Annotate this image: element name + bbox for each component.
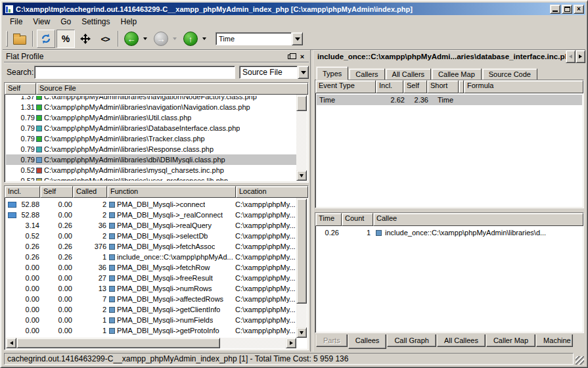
reload-button[interactable] (37, 30, 55, 48)
source-file-row[interactable]: 1.31 C:\xampp\phpMyAdmin\libraries\navig… (6, 102, 296, 112)
dock-close-button[interactable]: × (297, 52, 307, 61)
scroll-down-button[interactable] (296, 170, 307, 181)
cycle-grouping-button[interactable]: <> (96, 30, 114, 48)
function-row[interactable]: 0.26 0.26 1 include_once::C:\xampp\phpMy… (6, 252, 296, 262)
column-header-function[interactable]: Function (107, 186, 236, 198)
function-row[interactable]: 0.00 0.00 27 PMA_DBI_Mysqli->freeResult … (6, 273, 296, 283)
column-header-callee[interactable]: Callee (373, 213, 583, 226)
minimize-button[interactable] (550, 5, 560, 14)
detail-tab[interactable]: Caller Map (486, 334, 535, 347)
column-header-formula[interactable]: Formula (464, 80, 583, 93)
function-row[interactable]: 0.52 0.00 2 PMA_DBI_Mysqli->selectDb C:\… (6, 231, 296, 241)
relative-percent-button[interactable]: % (57, 30, 75, 48)
function-row[interactable]: 3.14 0.26 36 PMA_DBI_Mysqli->realQuery C… (6, 220, 296, 231)
source-file-row[interactable]: 0.79 C:\xampp\phpMyAdmin\libraries\Util.… (6, 112, 296, 123)
tab-scroll-right-button[interactable] (576, 50, 585, 63)
open-file-button[interactable] (11, 30, 29, 48)
menu-item[interactable]: View (28, 16, 55, 28)
detail-tab[interactable]: Callees (348, 334, 387, 349)
event-type-row[interactable]: Time 2.62 2.36 Time (317, 95, 582, 105)
scroll-down-button[interactable] (296, 327, 307, 338)
column-header-source-file[interactable]: Source File (36, 83, 308, 95)
scroll-left-button[interactable] (6, 338, 16, 348)
event-type-combobox[interactable]: Time (215, 32, 303, 45)
column-header-incl[interactable]: Incl. (376, 80, 403, 93)
detail-tab[interactable]: Call Graph (387, 334, 436, 347)
grouping-combobox[interactable]: Source File (239, 66, 309, 79)
column-header-short[interactable]: Short (427, 80, 459, 93)
resize-grip-icon[interactable] (576, 356, 584, 365)
event-type-dropdown-button[interactable] (292, 32, 303, 45)
up-button[interactable]: ↑ (181, 30, 200, 48)
callee-row[interactable]: 0.26 1 include_once::C:\xampp\phpMyAdmin… (317, 227, 582, 238)
search-input[interactable] (34, 66, 235, 79)
incl-cost: 0.52 (18, 232, 39, 240)
source-vertical-scrollbar[interactable] (296, 84, 307, 181)
function-row[interactable]: 0.00 0.00 7 PMA_DBI_Mysqli->affectedRows… (6, 294, 296, 304)
minimize-icon (553, 11, 558, 12)
function-row[interactable]: 0.00 0.00 1 PMA_DBI_Mysqli->numFields C:… (6, 315, 296, 325)
function-name: include_once::C:\xampp\phpMyAd... (117, 253, 233, 261)
back-dropdown-arrow-icon[interactable] (143, 37, 147, 42)
maximize-button[interactable] (562, 5, 572, 14)
source-file-row[interactable]: 0.79 C:\xampp\phpMyAdmin\libraries\Datab… (6, 123, 296, 133)
function-vertical-scrollbar[interactable] (296, 187, 307, 338)
source-file-row[interactable]: 0.79 C:\xampp\phpMyAdmin\libraries\dbi\D… (6, 154, 296, 165)
function-row[interactable]: 0.00 0.00 13 PMA_DBI_Mysqli->numRows C:\… (6, 283, 296, 294)
callees-table-header: Time Count Callee (315, 213, 583, 226)
close-button[interactable]: × (574, 5, 584, 14)
source-file-row[interactable]: 0.52 C:\xampp\phpMyAdmin\libraries\mysql… (6, 165, 296, 175)
function-group-color-icon (109, 223, 115, 229)
detail-tab[interactable]: Source Code (482, 68, 537, 80)
column-header-self[interactable]: Self (40, 186, 73, 198)
toolbar-drag-handle[interactable] (6, 31, 8, 47)
file-path: C:\xampp\phpMyAdmin\libraries\Tracker.cl… (44, 135, 205, 143)
back-button[interactable]: ← (122, 30, 141, 48)
scrollbar-thumb[interactable] (296, 95, 307, 111)
grouping-dropdown-button[interactable] (298, 66, 309, 79)
app-icon[interactable] (5, 5, 14, 14)
column-header-count[interactable]: Count (342, 213, 373, 226)
function-row[interactable]: 52.88 0.00 2 PMA_DBI_Mysqli->_realConnec… (6, 210, 296, 220)
column-header-self[interactable]: Self (403, 80, 427, 93)
column-header-event-type[interactable]: Event Type (315, 80, 376, 93)
scroll-right-button[interactable] (286, 338, 296, 348)
menu-item[interactable]: Settings (77, 16, 114, 28)
called-count: 36 (72, 221, 106, 229)
scrollbar-thumb[interactable] (16, 338, 220, 348)
column-header-location[interactable]: Location (236, 186, 308, 198)
column-header-called[interactable]: Called (73, 186, 107, 198)
location: C:\xampp\phpMy... (235, 327, 296, 334)
function-row[interactable]: 0.00 0.00 1 PMA_DBI_Mysqli->getProtoInfo… (6, 325, 296, 336)
function-row[interactable]: 0.00 0.00 36 PMA_DBI_Mysqli->fetchRow C:… (6, 262, 296, 273)
function-horizontal-scrollbar[interactable] (6, 338, 296, 348)
detail-tab[interactable]: Types (316, 66, 348, 80)
menu-item[interactable]: File (5, 16, 27, 28)
source-file-row[interactable]: 1.37 C:\xampp\phpMyAdmin\libraries\navig… (6, 96, 296, 102)
source-file-row[interactable]: 0.79 C:\xampp\phpMyAdmin\libraries\Track… (6, 133, 296, 144)
function-row[interactable]: 52.88 0.00 2 PMA_DBI_Mysqli->connect C:\… (6, 199, 296, 210)
menu-item[interactable]: Go (56, 16, 76, 28)
dock-title: Flat Profile (4, 52, 285, 61)
detail-tab[interactable]: All Callers (386, 68, 432, 80)
location: C:\xampp\phpMy... (235, 232, 296, 240)
scrollbar-thumb[interactable] (296, 198, 307, 304)
dock-title-bar[interactable]: Flat Profile × (4, 51, 309, 62)
column-header-time[interactable]: Time (315, 213, 342, 226)
source-file-row[interactable]: 0.79 C:\xampp\phpMyAdmin\libraries\Respo… (6, 144, 296, 154)
detail-tab[interactable]: Callee Map (432, 68, 482, 80)
up-dropdown-arrow-icon[interactable] (202, 37, 206, 42)
title-bar[interactable]: C:\xampp\tmp\cachegrind.out.1416463299-C… (3, 3, 585, 15)
column-header-incl[interactable]: Incl. (5, 186, 40, 198)
detail-tab[interactable]: Parts (316, 334, 348, 347)
function-row[interactable]: 0.26 0.26 376 PMA_DBI_Mysqli->fetchAssoc… (6, 241, 296, 252)
file-group-color-icon (36, 147, 42, 152)
menu-item[interactable]: Help (116, 16, 142, 28)
column-header-self[interactable]: Self (5, 83, 36, 95)
source-file-row[interactable]: 0.52 C:\xampp\phpMyAdmin\libraries\user_… (6, 175, 296, 181)
dock-float-button[interactable] (285, 52, 296, 61)
detail-tab[interactable]: Callers (349, 68, 384, 80)
function-row[interactable]: 0.00 0.00 2 PMA_DBI_Mysqli->getClientInf… (6, 304, 296, 315)
dock-layout-button[interactable] (76, 30, 95, 48)
detail-tab[interactable]: All Callees (437, 334, 486, 347)
